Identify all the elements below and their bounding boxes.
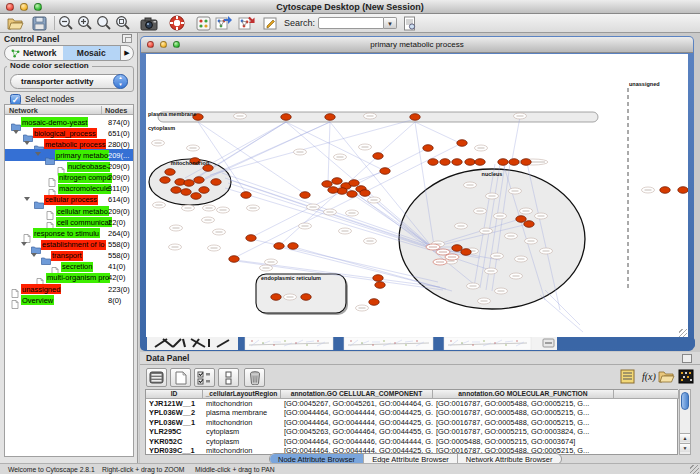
select-attributes-icon[interactable] [194,368,215,387]
tree-row[interactable]: biological_process651(0) [5,127,133,138]
minimized-window-thumb[interactable] [483,340,484,341]
network-canvas[interactable]: plasma membranecytoplasmmitochondrionnuc… [146,54,688,337]
select-nodes-checkbox[interactable]: ✓ [10,94,21,105]
table-scrollbar[interactable]: ▲ ▼ [679,389,691,455]
cell-id[interactable]: YPL036W__1 [146,418,203,427]
tree-row[interactable]: nucleobase-209(0) [5,161,133,172]
network-node[interactable] [678,187,688,194]
column-header[interactable]: _cellularLayoutRegion [203,390,281,399]
minimized-window-thumb[interactable] [273,344,274,345]
cell-id[interactable]: YLR295C [146,427,203,436]
zoom-fit-icon[interactable] [95,15,113,32]
minimized-windows-strip[interactable] [147,337,695,350]
expand-triangle-icon[interactable] [13,130,19,134]
network-node[interactable] [509,159,519,166]
network-node[interactable] [301,294,311,301]
cell-region[interactable]: cytoplasm [203,427,281,436]
tree-row[interactable]: establishment of lo558(0) [5,239,133,250]
minimized-window-thumb[interactable] [450,340,451,341]
cell-mf[interactable]: [GO:0016787, GO:0005488, GO:0005215, G..… [433,418,614,427]
tree-row[interactable]: cellular metabo209(0) [5,205,133,216]
expand-triangle-icon[interactable] [21,242,27,246]
network-node[interactable] [380,168,390,175]
network-node[interactable] [288,243,298,250]
combo-stepper-icon[interactable]: ▲▼ [113,74,128,89]
cell-id[interactable]: YKR052C [146,437,203,446]
tree-header[interactable]: Network Nodes [5,105,133,115]
minimized-window-thumb[interactable] [361,342,362,343]
cell-id[interactable]: YDR039C__1 [146,446,203,455]
tab-mosaic[interactable]: Mosaic [63,46,121,60]
network-node[interactable] [246,235,256,242]
statusbar-resize-grip[interactable] [690,465,699,474]
network-node[interactable] [171,187,181,194]
tree-row[interactable]: cellular process614(0) [5,194,133,205]
tree-row[interactable]: primary metabo209(... [5,149,133,160]
expand-triangle-icon[interactable] [31,253,37,257]
minimized-window-thumb[interactable] [383,340,384,341]
network-node[interactable] [165,169,175,176]
network-node[interactable] [300,192,310,199]
network-node[interactable] [181,189,191,196]
network-node[interactable] [465,159,475,166]
minimized-window-thumb[interactable] [416,340,417,341]
tree-row[interactable]: transport558(0) [5,250,133,261]
tree-row[interactable]: multi-organism pro42(0) [5,272,133,283]
tree-row-label[interactable]: cell communicat [56,217,112,227]
network-node[interactable] [199,187,209,194]
minimized-window-thumb[interactable] [433,337,444,350]
cell-cc[interactable]: [GO:0044464, GO:0044446, GO:0044444, G..… [281,437,433,446]
minimized-window-thumb[interactable] [333,337,344,350]
minimized-window-thumb[interactable] [262,342,263,343]
network-node[interactable] [524,221,534,228]
tree-row-label[interactable]: cellular process [44,195,98,205]
new-attribute-icon[interactable] [170,368,191,387]
cell-id[interactable]: YJR121W__1 [146,399,203,408]
minimized-window-thumb[interactable] [306,344,307,345]
tree-row-label[interactable]: biological_process [33,128,97,138]
attribute-table[interactable]: ID_cellularLayoutRegionannotation.GO CEL… [145,389,678,455]
tree-row-label[interactable]: cellular metabo [56,206,109,216]
network-node[interactable] [452,245,462,252]
network-node[interactable] [229,256,239,263]
network-node[interactable] [184,180,194,187]
tree-row[interactable]: cell communicat22(0) [5,216,133,227]
network-node[interactable] [410,114,420,121]
network-node[interactable] [373,275,383,282]
cell-region[interactable]: cytoplasm [203,437,281,446]
table-row[interactable]: YLR295Ccytoplasm[GO:0045263, GO:0044464,… [146,427,677,436]
table-row[interactable]: YJR121W__1mitochondrion[GO:0045267, GO:0… [146,399,677,408]
delete-attribute-icon[interactable] [244,368,265,387]
network-node[interactable] [271,294,281,301]
window-resize-grip[interactable] [679,329,687,337]
minimized-window-thumb[interactable] [251,340,252,341]
tree-row[interactable]: secretion41(0) [5,261,133,272]
minimized-window-thumb[interactable] [394,342,395,343]
network-node[interactable] [211,179,221,186]
layout-apply-icon[interactable] [214,15,232,32]
zoom-selected-icon[interactable] [114,15,132,32]
cell-cc[interactable]: [GO:0044464, GO:0044444, GO:0044425, G..… [281,408,433,417]
minimized-window-thumb[interactable] [505,344,506,345]
tree-row[interactable]: mosaic-demo-yeast874(0) [5,116,133,127]
expand-triangle-icon[interactable] [35,152,41,156]
tree-row-label[interactable]: mosaic-demo-yeast [21,117,88,127]
tree-row[interactable]: Overview8(0) [5,294,133,305]
network-node[interactable] [241,192,251,199]
network-node[interactable] [322,181,332,188]
tree-row[interactable]: macromolecule311(0) [5,183,133,194]
cell-region[interactable]: mitochondrion [203,446,281,455]
table-row[interactable]: YPL036W__1mitochondrion[GO:0044464, GO:0… [146,418,677,427]
tree-row-label[interactable]: response to stimulu [33,228,100,238]
cell-cc[interactable]: [GO:0045263, GO:0044464, GO:0044455, G..… [281,427,433,436]
network-node[interactable] [347,191,357,198]
column-header[interactable]: annotation.GO CELLULAR_COMPONENT [281,390,433,399]
network-node[interactable] [423,145,433,152]
minimized-window-thumb[interactable] [350,340,351,341]
network-node[interactable] [457,140,467,147]
cell-region[interactable]: mitochondrion [203,399,281,408]
cell-region[interactable]: mitochondrion [203,418,281,427]
network-node[interactable] [369,299,379,306]
save-session-icon[interactable] [30,15,48,32]
tree-row-label[interactable]: establishment of lo [41,240,106,250]
